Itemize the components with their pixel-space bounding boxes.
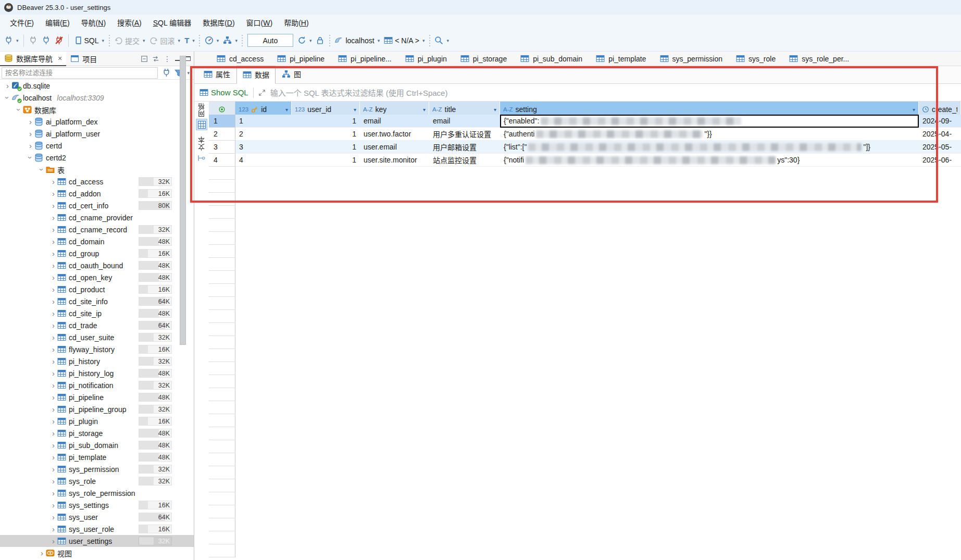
menu-item[interactable]: SQL 编辑器 — [147, 15, 197, 30]
tree-item-sys_settings[interactable]: › sys_settings 16K — [0, 499, 194, 511]
tree-item-cd_cert_info[interactable]: › cd_cert_info 80K — [0, 200, 194, 211]
editor-tab[interactable]: pi_template — [590, 52, 652, 65]
result-view-tab-图[interactable]: 图 — [276, 65, 307, 83]
tree-item-pi_pipeline_group[interactable]: › pi_pipeline_group 32K — [0, 403, 194, 415]
tree-item-certd2[interactable]: › certd2 — [0, 152, 194, 164]
tree-item-sys_permission[interactable]: › sys_permission 32K — [0, 463, 194, 475]
text-mode-button[interactable] — [196, 152, 207, 164]
tab-database-navigator[interactable]: 数据库导航 × — [0, 52, 66, 66]
chevron-icon[interactable]: › — [38, 549, 46, 557]
cell-user-id[interactable]: 1 — [292, 115, 360, 128]
scrollbar-thumb[interactable] — [180, 56, 186, 345]
reconnect-button[interactable] — [40, 34, 52, 47]
cell-setting[interactable]: {"notifiys":30} — [500, 154, 919, 167]
cell-id[interactable]: 4 — [235, 154, 292, 167]
cell-user-id[interactable]: 1 — [292, 141, 360, 154]
disconnect-button[interactable] — [53, 34, 65, 47]
tree-item-sys_role_permission[interactable]: › sys_role_permission — [0, 487, 194, 499]
editor-tab[interactable]: pi_pipeline — [271, 52, 330, 65]
chevron-icon[interactable]: › — [15, 106, 23, 114]
chevron-icon[interactable]: › — [27, 129, 34, 138]
commit-button[interactable]: 提交▾ — [113, 33, 147, 48]
chevron-icon[interactable]: › — [49, 357, 57, 366]
chevron-icon[interactable]: › — [49, 393, 57, 402]
expand-filter-icon[interactable] — [258, 89, 266, 96]
chevron-icon[interactable]: › — [49, 213, 57, 222]
chevron-icon[interactable]: › — [49, 441, 57, 450]
editor-tab[interactable]: sys_role_per... — [783, 52, 855, 65]
chevron-icon[interactable]: › — [49, 429, 57, 438]
tree-scrollbar[interactable] — [180, 53, 186, 560]
sql-filter-input[interactable]: 输入一个 SQL 表达式来过滤结果 (使用 Ctrl+Space) — [270, 87, 448, 98]
cell-setting[interactable]: {"enabled": — [500, 115, 919, 128]
editor-tab[interactable]: cd_access — [211, 52, 269, 65]
cell-id[interactable]: 3 — [235, 141, 292, 154]
tree-item-pi_plugin[interactable]: › pi_plugin 16K — [0, 415, 194, 427]
plug-filter-icon[interactable] — [162, 68, 171, 77]
cell-user-id[interactable]: 1 — [292, 128, 360, 141]
tree-item-cd_addon[interactable]: › cd_addon 16K — [0, 188, 194, 200]
tree-item-cd_user_suite[interactable]: › cd_user_suite 32K — [0, 331, 194, 343]
tree-item-cd_open_key[interactable]: › cd_open_key 48K — [0, 271, 194, 283]
network-button[interactable]: ▾ — [221, 34, 239, 47]
chevron-icon[interactable]: › — [49, 297, 57, 306]
cell-key[interactable]: user.email — [360, 141, 429, 154]
active-connection-selector[interactable]: localhost▾ — [333, 34, 381, 47]
editor-tab[interactable]: pi_storage — [455, 52, 513, 65]
cell-title[interactable]: 站点监控设置 — [429, 154, 500, 167]
row-number-2[interactable]: 2 — [209, 128, 235, 141]
chevron-icon[interactable]: › — [49, 201, 57, 210]
chevron-icon[interactable]: › — [49, 261, 57, 270]
sql-editor-button[interactable]: SQL▾ — [72, 34, 106, 47]
tree-item-视图[interactable]: › 视图 — [0, 547, 194, 559]
tree-item-pi_storage[interactable]: › pi_storage 48K — [0, 427, 194, 439]
tab-projects[interactable]: 项目 — [66, 52, 101, 66]
cell-id[interactable]: 1 — [235, 115, 292, 128]
chevron-icon[interactable]: › — [49, 405, 57, 414]
cell-setting[interactable]: {"authenti"}} — [500, 128, 919, 141]
cell-key[interactable]: user.site.monitor — [360, 154, 429, 167]
tree-item-cd_trade[interactable]: › cd_trade 64K — [0, 319, 194, 331]
editor-tab[interactable]: sys_permission — [654, 52, 728, 65]
performance-button[interactable]: ▾ — [203, 34, 221, 47]
tree-item-表[interactable]: › 表 — [0, 164, 194, 176]
menu-item[interactable]: 文件(F) — [4, 15, 40, 30]
menu-item[interactable]: 编辑(E) — [40, 15, 76, 30]
cell-title[interactable]: email — [429, 115, 500, 128]
chevron-icon[interactable]: › — [49, 345, 57, 354]
cell-create-time[interactable]: 2024-09- — [919, 115, 961, 128]
chevron-icon[interactable]: › — [38, 166, 46, 173]
tree-item-cd_access[interactable]: › cd_access 32K — [0, 176, 194, 188]
editor-tab[interactable]: pi_plugin — [400, 52, 453, 65]
chevron-icon[interactable]: › — [49, 177, 57, 186]
tree-item-数据库[interactable]: › 数据库 — [0, 104, 194, 116]
rollback-button[interactable]: 回滚▾ — [148, 33, 182, 48]
cell-id[interactable]: 2 — [235, 128, 292, 141]
search-button[interactable]: ▾ — [433, 34, 451, 47]
link-with-editor-icon[interactable] — [152, 55, 159, 63]
result-view-tab-数据[interactable]: 数据 — [236, 66, 276, 84]
editor-tab[interactable]: pi_sub_domain — [515, 52, 588, 65]
chevron-icon[interactable]: › — [49, 489, 57, 497]
menu-item[interactable]: 帮助(H) — [278, 15, 314, 30]
tree-item-db.sqlite[interactable]: › db.sqlite — [0, 80, 194, 92]
grid-mode-button[interactable] — [196, 119, 207, 130]
tree-item-cd_site_info[interactable]: › cd_site_info 64K — [0, 295, 194, 307]
new-connection-button[interactable]: ▾ — [3, 34, 20, 47]
tree-item-certd[interactable]: › certd — [0, 140, 194, 152]
cell-key[interactable]: email — [360, 115, 429, 128]
connect-button[interactable] — [27, 34, 39, 47]
editor-tab[interactable]: pi_pipeline... — [332, 52, 397, 65]
cell-title[interactable]: 用户多重认证设置 — [429, 128, 500, 141]
chevron-icon[interactable]: › — [49, 513, 57, 521]
tree-item-sys_user[interactable]: › sys_user 64K — [0, 511, 194, 523]
tree-item-ai_platform_user[interactable]: › ai_platform_user — [0, 128, 194, 140]
tree-item-pi_template[interactable]: › pi_template 48K — [0, 451, 194, 463]
menu-item[interactable]: 数据库(D) — [197, 15, 240, 30]
connection-filter-input[interactable] — [2, 67, 158, 79]
tree-item-cd_oauth_bound[interactable]: › cd_oauth_bound 48K — [0, 259, 194, 271]
chevron-icon[interactable]: › — [3, 94, 12, 102]
cell-create-time[interactable]: 2025-04- — [919, 128, 961, 141]
transaction-mode-button[interactable]: T▾ — [183, 34, 196, 47]
tree-item-user_settings[interactable]: › user_settings 32K — [0, 535, 194, 547]
